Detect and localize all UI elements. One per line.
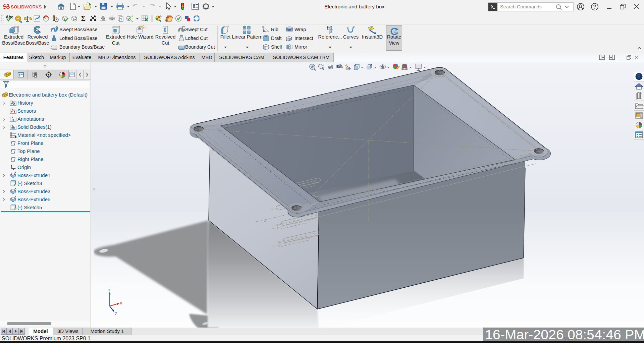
svg-text:GD: GD <box>287 28 291 31</box>
svg-text:X: X <box>120 301 122 305</box>
svg-text:A: A <box>12 118 15 122</box>
svg-text:?: ? <box>120 17 122 21</box>
svg-text:SOLIDWORKS: SOLIDWORKS <box>11 4 42 9</box>
svg-text:Σ: Σ <box>81 15 86 22</box>
svg-text:Y: Y <box>108 288 111 292</box>
svg-text:A: A <box>348 66 351 70</box>
svg-text:Z: Z <box>115 312 117 316</box>
